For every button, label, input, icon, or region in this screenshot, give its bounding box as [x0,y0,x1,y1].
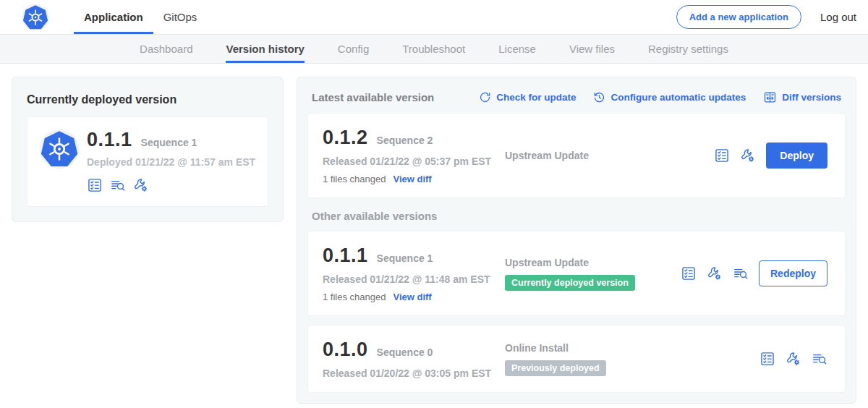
diff-versions-link[interactable]: Diff versions [763,90,841,104]
deployed-version-info: 0.1.1 Sequence 1 Deployed 01/21/22 @ 11:… [87,129,255,193]
redeploy-button[interactable]: Redeploy [759,260,827,286]
view-diff-link[interactable]: View diff [393,292,431,302]
tab-view-files[interactable]: View files [569,35,615,63]
version-source: Upstream Update [505,150,714,161]
version-card-0-1-2: 0.1.2 Sequence 2 Released 01/21/22 @ 05:… [307,113,846,198]
deployed-timestamp: Deployed 01/21/22 @ 11:57 am EST [87,156,255,168]
files-changed-label: 1 files changed [323,174,386,184]
version-card-0-1-1: 0.1.1 Sequence 1 Released 01/21/22 @ 11:… [307,231,846,316]
logout-button[interactable]: Log out [820,11,856,23]
version-card-actions: Redeploy [681,260,830,286]
currently-deployed-badge: Currently deployed version [505,275,635,291]
released-timestamp: Released 01/20/22 @ 03:05 pm EST [323,367,505,379]
top-header: Application GitOps Add a new application… [0,0,868,34]
app-kubernetes-icon [39,129,80,169]
diff-versions-label: Diff versions [782,92,841,103]
versions-panel-header: Latest available version Check for updat… [307,85,846,113]
deployed-version-card: 0.1.1 Sequence 1 Deployed 01/21/22 @ 11:… [27,116,268,207]
deployed-version-number: 0.1.1 [87,129,132,151]
version-source: Upstream Update Currently deployed versi… [505,257,681,291]
configure-automatic-updates-link[interactable]: Configure automatic updates [593,91,746,103]
preflight-checklist-icon[interactable] [681,265,697,281]
sequence-label: Sequence 1 [377,252,433,264]
preflight-checklist-icon[interactable] [87,177,103,193]
add-new-application-button[interactable]: Add a new application [676,5,801,29]
tab-gitops[interactable]: GitOps [153,0,208,34]
tab-troubleshoot[interactable]: Troubleshoot [402,35,465,63]
main-content: Currently deployed version 0.1.1 Sequenc… [0,64,868,404]
kubernetes-logo-icon [22,4,49,31]
edit-config-icon[interactable] [707,265,723,281]
check-for-update-link[interactable]: Check for update [479,91,576,103]
source-label: Online Install [505,342,569,354]
edit-config-icon[interactable] [740,148,756,163]
version-info: 0.1.2 Sequence 2 Released 01/21/22 @ 05:… [323,127,505,184]
edit-config-icon[interactable] [786,351,801,367]
deployed-panel-title: Currently deployed version [27,93,268,106]
version-number: 0.1.0 [323,339,368,361]
version-info: 0.1.1 Sequence 1 Released 01/21/22 @ 11:… [323,245,505,302]
tab-license[interactable]: License [498,35,536,63]
source-label: Upstream Update [505,257,589,268]
other-versions-title: Other available versions [307,198,846,231]
deploy-button[interactable]: Deploy [766,143,827,169]
version-card-actions [760,351,830,367]
check-for-update-label: Check for update [496,92,576,103]
sequence-label: Sequence 0 [377,347,433,358]
source-label: Upstream Update [505,150,589,161]
version-number: 0.1.1 [323,245,368,267]
tab-application[interactable]: Application [74,0,153,34]
released-timestamp: Released 01/21/22 @ 11:48 am EST [323,273,505,285]
version-number: 0.1.2 [323,127,368,149]
edit-config-icon[interactable] [133,177,149,193]
deployed-sequence-label: Sequence 1 [141,137,197,148]
tab-config[interactable]: Config [338,35,369,63]
view-logs-icon[interactable] [733,265,749,281]
version-actions: Check for update Configure automatic upd… [479,90,841,104]
previously-deployed-badge: Previously deployed [505,360,606,376]
version-source: Online Install Previously deployed [505,342,760,376]
refresh-icon [479,91,491,103]
app-subnav: Dashboard Version history Config Trouble… [0,34,868,64]
preflight-checklist-icon[interactable] [760,351,775,367]
preflight-checklist-icon[interactable] [714,148,730,163]
version-info: 0.1.0 Sequence 0 Released 01/20/22 @ 03:… [323,339,505,379]
currently-deployed-panel: Currently deployed version 0.1.1 Sequenc… [12,77,284,222]
tab-version-history[interactable]: Version history [226,35,304,63]
header-right: Add a new application Log out [676,5,856,29]
deployed-actions [87,177,255,193]
clock-history-icon [593,91,605,103]
version-card-actions: Deploy [714,143,830,169]
tab-registry-settings[interactable]: Registry settings [648,35,728,63]
version-card-0-1-0: 0.1.0 Sequence 0 Released 01/20/22 @ 03:… [307,325,846,393]
view-logs-icon[interactable] [812,351,827,367]
view-logs-icon[interactable] [110,177,126,193]
sequence-label: Sequence 2 [377,135,433,146]
app-type-tabs: Application GitOps [74,0,207,34]
configure-updates-label: Configure automatic updates [610,92,746,103]
tab-dashboard[interactable]: Dashboard [140,35,192,63]
view-diff-link[interactable]: View diff [393,174,431,184]
released-timestamp: Released 01/21/22 @ 05:37 pm EST [323,156,505,167]
files-changed-label: 1 files changed [323,292,386,302]
diff-icon [763,90,777,104]
latest-version-title: Latest available version [312,91,434,103]
version-history-panel: Latest available version Check for updat… [297,77,856,404]
